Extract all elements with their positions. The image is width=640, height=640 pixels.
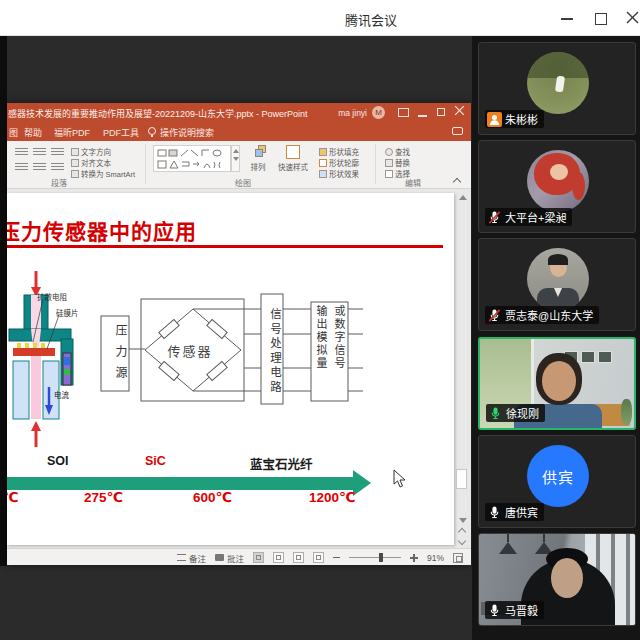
align-left-icon[interactable] (15, 161, 28, 171)
shape-effects-button[interactable]: 形状效果 (319, 168, 359, 179)
next-slide-icon[interactable] (458, 537, 466, 543)
mic-active-icon (488, 406, 503, 421)
shared-screen-stage: 感器技术发展的重要推动作用及展望-20221209-山东大学.pptx - Po… (0, 36, 640, 640)
silicon-diaphragm-label: 硅膜片 (56, 307, 79, 318)
participant-nametag: 大平台+梁昶 (485, 208, 572, 226)
avatar (527, 248, 589, 310)
mic-on-icon (487, 505, 502, 520)
slideshow-view-button[interactable] (313, 552, 324, 563)
arrange-button[interactable]: 排列 (245, 144, 271, 176)
shape-fill-button[interactable]: 形状填充 (319, 146, 359, 157)
participant-nametag: 朱彬彬 (485, 110, 544, 128)
tell-me-search[interactable]: 操作说明搜索 (160, 126, 214, 139)
zoom-slider-thumb[interactable] (379, 553, 383, 562)
text-direction-button[interactable]: 文字方向 (71, 146, 111, 157)
comment-icon (215, 554, 224, 561)
find-button[interactable]: 查找 (385, 146, 410, 157)
ppt-menu-row: 图 帮助 福昕PDF PDF工具 操作说明搜索 (7, 122, 471, 141)
temperature-arrow[interactable] (7, 477, 353, 490)
normal-view-button[interactable] (253, 552, 264, 563)
ribbon-tab-help[interactable]: 帮助 (24, 126, 42, 139)
quick-styles-icon (286, 145, 300, 159)
participant-tile-active-speaker[interactable]: 徐现刚 (478, 337, 636, 430)
output-left-column: 输出模拟量 (313, 305, 329, 401)
pressure-source-box-label: 压力源 (103, 320, 129, 390)
maximize-button[interactable] (586, 0, 616, 36)
ppt-close-icon (455, 106, 464, 115)
shapes-gallery[interactable] (153, 145, 231, 172)
temp-label-left: ℃ (7, 489, 18, 505)
numbered-list-icon[interactable] (33, 146, 46, 156)
temp-label-600: 600℃ (193, 489, 232, 505)
material-soi-label: SOI (47, 454, 69, 468)
zoom-in-button[interactable] (410, 554, 418, 562)
participant-tile[interactable]: 朱彬彬 (478, 42, 636, 135)
mic-muted-icon (487, 210, 502, 225)
gallery-up-icon (233, 149, 239, 153)
quick-styles-button[interactable]: 快速样式 (275, 144, 311, 176)
mic-muted-icon (487, 308, 502, 323)
comments-icon[interactable] (452, 127, 463, 135)
zoom-out-button[interactable] (333, 557, 340, 559)
reading-view-button[interactable] (293, 552, 304, 563)
scroll-down-icon[interactable] (459, 518, 467, 523)
comments-toggle[interactable]: 批注 (215, 552, 244, 564)
temp-label-1200: 1200℃ (309, 489, 355, 505)
participant-tile[interactable]: 大平台+梁昶 (478, 140, 636, 233)
scroll-up-icon[interactable] (459, 195, 467, 200)
shapes-gallery-scroll[interactable] (231, 145, 240, 172)
align-text-icon (71, 159, 79, 167)
person-face (542, 361, 576, 401)
slide-canvas[interactable]: 压力传感器中的应用 (7, 193, 454, 545)
participant-tile[interactable]: 供宾 唐供宾 (478, 435, 636, 528)
ribbon-display-options-icon[interactable] (398, 108, 409, 117)
select-icon (385, 170, 393, 178)
slide-sorter-view-button[interactable] (273, 552, 284, 563)
sensor-box-label: 传感器 (147, 341, 233, 360)
zoom-slider[interactable] (349, 557, 401, 558)
indent-icon[interactable] (51, 146, 64, 156)
participant-name: 大平台+梁昶 (505, 209, 566, 225)
ppt-account-avatar[interactable]: M (372, 106, 385, 119)
align-center-icon[interactable] (33, 161, 46, 171)
ribbon-separator (145, 144, 146, 184)
screen-edge-strip (0, 36, 7, 566)
ppt-close-button[interactable] (455, 106, 464, 117)
participant-nametag: 唐供宾 (485, 503, 544, 521)
avatar (527, 150, 589, 212)
line-spacing-icon[interactable] (51, 161, 64, 171)
participant-tile[interactable]: 贾志泰@山东大学 (478, 238, 636, 331)
previous-slide-icon[interactable] (458, 528, 466, 534)
collapse-ribbon-icon[interactable] (453, 176, 461, 184)
bullet-list-icon[interactable] (15, 146, 28, 156)
zoom-level[interactable]: 91% (427, 553, 444, 563)
ppt-restore-button[interactable] (437, 108, 445, 116)
ribbon-tab-partial[interactable]: 图 (9, 126, 18, 139)
ppt-minimize-button[interactable] (418, 115, 427, 117)
gallery-down-icon (233, 157, 239, 161)
notes-toggle[interactable]: 备注 (177, 552, 206, 564)
user-icon (487, 112, 502, 127)
fit-slide-button[interactable] (453, 553, 463, 563)
ppt-account-name[interactable]: ma jinyi (338, 108, 367, 118)
slide-title[interactable]: 压力传感器中的应用 (7, 215, 197, 245)
material-sapphire-label: 蓝宝石光纤 (250, 454, 313, 473)
mouse-cursor (393, 469, 406, 488)
editing-group-label: 编辑 (405, 177, 421, 188)
arrange-icon (251, 145, 265, 159)
ribbon-tab-pdf-tools[interactable]: PDF工具 (103, 126, 139, 139)
temp-label-275: 275℃ (84, 489, 123, 505)
close-button[interactable] (618, 0, 640, 36)
slide-scrollbar[interactable] (456, 191, 468, 543)
participant-nametag: 贾志泰@山东大学 (485, 306, 599, 324)
scrollbar-thumb[interactable] (456, 469, 467, 489)
replace-button[interactable]: 替换 (385, 157, 410, 168)
notes-icon (177, 554, 186, 561)
paragraph-group-label: 段落 (51, 177, 67, 188)
ribbon-tab-foxit-pdf[interactable]: 福昕PDF (54, 126, 90, 139)
shape-outline-button[interactable]: 形状轮廓 (319, 157, 359, 168)
participant-tile[interactable]: 马晋毅 (478, 533, 636, 626)
convert-smartart-button[interactable]: 转换为 SmartArt (71, 168, 135, 179)
minimize-button[interactable] (552, 0, 582, 36)
align-text-button[interactable]: 对齐文本 (71, 157, 111, 168)
